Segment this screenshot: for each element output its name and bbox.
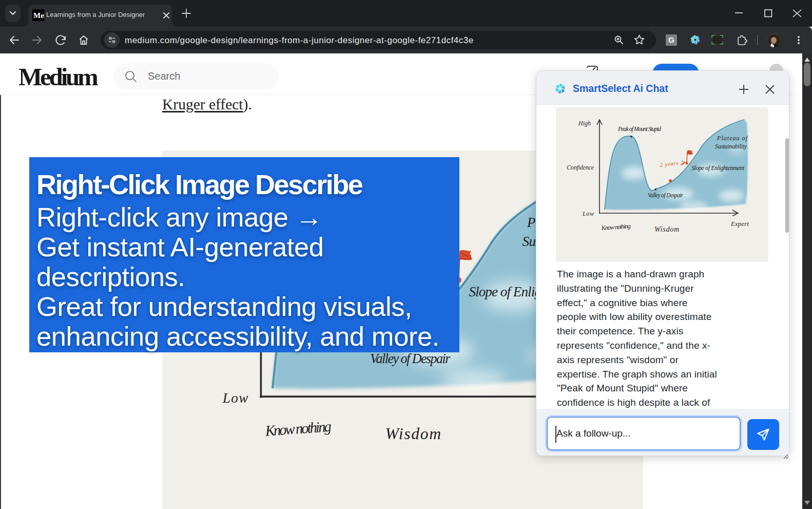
svg-text:Me: Me — [33, 11, 44, 20]
